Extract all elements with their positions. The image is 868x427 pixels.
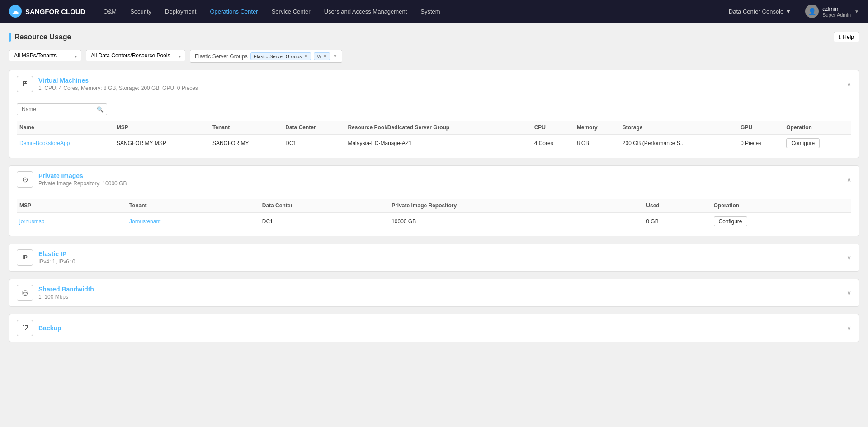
- virtual-machines-section: 🖥 Virtual Machines 1, CPU: 4 Cores, Memo…: [9, 70, 859, 158]
- tag-dropdown-icon[interactable]: ▼: [333, 54, 337, 59]
- nav-item-system[interactable]: System: [420, 8, 440, 15]
- pi-row-dc: DC1: [259, 213, 389, 230]
- elastic-server-group-filter[interactable]: Elastic Server Groups Elastic Server Gro…: [190, 50, 342, 63]
- eip-icon: IP: [17, 249, 33, 266]
- tag-item-vi-label: Vi: [317, 54, 321, 59]
- pi-row-op: Configure: [711, 213, 852, 230]
- topnav: ☁ SANGFOR CLOUD O&M Security Deployment …: [0, 0, 868, 23]
- help-label: Help: [843, 34, 854, 40]
- vm-collapse-button[interactable]: ∧: [847, 80, 851, 88]
- vm-row-cpu: 4 Cores: [532, 135, 574, 152]
- pi-msp-link[interactable]: jornusmsp: [19, 218, 44, 225]
- msp-filter[interactable]: All MSPs/Tenants: [9, 50, 81, 61]
- backup-section: 🛡 Backup ∨: [9, 314, 859, 342]
- backup-header-left: 🛡 Backup: [17, 320, 61, 336]
- vm-col-gpu: GPU: [738, 121, 783, 135]
- vm-subtitle: 1, CPU: 4 Cores, Memory: 8 GB, Storage: …: [38, 85, 198, 91]
- backup-title: Backup: [38, 324, 61, 332]
- vm-row-rp: Malaysia-EC-Manage-AZ1: [345, 135, 531, 152]
- vm-col-name: Name: [17, 121, 114, 135]
- logo[interactable]: ☁ SANGFOR CLOUD: [9, 5, 85, 18]
- page-title-bar: [9, 33, 11, 42]
- logo-text: SANGFOR CLOUD: [25, 8, 85, 15]
- user-role: Super Admin: [822, 12, 851, 18]
- user-text: admin Super Admin: [822, 5, 851, 18]
- pi-row-used: 0 GB: [643, 213, 711, 230]
- vm-search-row: 🔍: [17, 103, 851, 115]
- pi-table-header: MSP Tenant Data Center Private Image Rep…: [17, 199, 851, 213]
- backup-section-header: 🛡 Backup ∨: [9, 314, 859, 342]
- pi-configure-button[interactable]: Configure: [714, 216, 747, 226]
- filter-bar: All MSPs/Tenants All Data Centers/Resour…: [9, 50, 859, 63]
- nav-divider: [798, 7, 798, 16]
- nav-right: Data Center Console ▼ 👤 admin Super Admi…: [729, 5, 859, 18]
- nav-item-service-center[interactable]: Service Center: [272, 8, 311, 15]
- vm-row-memory: 8 GB: [574, 135, 620, 152]
- search-icon: 🔍: [97, 106, 104, 113]
- vm-name-link[interactable]: Demo-BookstoreApp: [19, 140, 70, 146]
- pi-col-used: Used: [643, 199, 711, 213]
- help-button[interactable]: ℹ Help: [834, 32, 859, 42]
- vm-section-header: 🖥 Virtual Machines 1, CPU: 4 Cores, Memo…: [9, 70, 859, 98]
- vm-col-rp: Resource Pool/Dedicated Server Group: [345, 121, 531, 135]
- vm-row-op: Configure: [783, 135, 851, 152]
- vm-col-dc: Data Center: [283, 121, 345, 135]
- user-info[interactable]: 👤 admin Super Admin ▼: [805, 5, 859, 18]
- sbw-collapse-button[interactable]: ∨: [847, 289, 851, 296]
- vm-title-block: Virtual Machines 1, CPU: 4 Cores, Memory…: [38, 77, 198, 91]
- eip-collapse-button[interactable]: ∨: [847, 254, 851, 261]
- tag-item-elastic: Elastic Server Groups ✕: [250, 52, 311, 60]
- console-dropdown[interactable]: Data Center Console ▼: [729, 8, 791, 15]
- vm-table-header: Name MSP Tenant Data Center Resource Poo…: [17, 121, 851, 135]
- pi-title-block: Private Images Private Image Repository:…: [38, 172, 127, 187]
- sbw-subtitle: 1, 100 Mbps: [38, 294, 94, 300]
- vm-col-operation: Operation: [783, 121, 851, 135]
- vm-row-tenant: SANGFOR MY: [210, 135, 283, 152]
- tag-item-label: Elastic Server Groups: [254, 54, 302, 59]
- user-chevron-icon: ▼: [854, 9, 859, 14]
- table-row: Demo-BookstoreApp SANGFOR MY MSP SANGFOR…: [17, 135, 851, 152]
- nav-item-security[interactable]: Security: [130, 8, 151, 15]
- pi-row-msp: jornusmsp: [17, 213, 127, 230]
- table-row: jornusmsp Jornustenant DC1 10000 GB 0 GB…: [17, 213, 851, 230]
- pi-row-repo: 10000 GB: [389, 213, 643, 230]
- pi-col-dc: Data Center: [259, 199, 389, 213]
- sbw-title-block: Shared Bandwidth 1, 100 Mbps: [38, 286, 94, 300]
- tag-close-vi-icon[interactable]: ✕: [323, 53, 327, 59]
- pi-tenant-link[interactable]: Jornustenant: [129, 218, 160, 225]
- vm-search-wrapper: 🔍: [17, 103, 107, 115]
- vm-search-input[interactable]: [17, 103, 107, 115]
- pi-col-tenant: Tenant: [127, 199, 259, 213]
- eip-subtitle: IPv4: 1, IPv6: 0: [38, 258, 75, 265]
- vm-row-gpu: 0 Pieces: [738, 135, 783, 152]
- vm-configure-button[interactable]: Configure: [786, 138, 820, 148]
- vm-header-left: 🖥 Virtual Machines 1, CPU: 4 Cores, Memo…: [17, 76, 198, 92]
- nav-item-operations-center[interactable]: Operations Center: [210, 8, 258, 15]
- nav-item-users-access[interactable]: Users and Access Management: [324, 8, 407, 15]
- pi-collapse-button[interactable]: ∧: [847, 176, 851, 183]
- chevron-down-icon: ▼: [785, 8, 791, 15]
- page-header: Resource Usage ℹ Help: [9, 32, 859, 42]
- vm-col-tenant: Tenant: [210, 121, 283, 135]
- main-content: Resource Usage ℹ Help All MSPs/Tenants A…: [0, 23, 868, 427]
- backup-collapse-button[interactable]: ∨: [847, 324, 851, 332]
- sbw-header-left: ⛁ Shared Bandwidth 1, 100 Mbps: [17, 285, 94, 301]
- shared-bandwidth-section: ⛁ Shared Bandwidth 1, 100 Mbps ∨: [9, 279, 859, 307]
- vm-col-msp: MSP: [114, 121, 210, 135]
- nav-item-deployment[interactable]: Deployment: [165, 8, 196, 15]
- vm-row-storage: 200 GB (Performance S...: [620, 135, 738, 152]
- nav-item-om[interactable]: O&M: [104, 8, 117, 15]
- pi-section-header: ⊙ Private Images Private Image Repositor…: [9, 166, 859, 193]
- tag-item-vi: Vi ✕: [314, 52, 330, 60]
- user-name: admin: [822, 5, 851, 12]
- pi-row-tenant: Jornustenant: [127, 213, 259, 230]
- sbw-icon: ⛁: [17, 285, 33, 301]
- console-label: Data Center Console: [729, 8, 783, 15]
- tag-close-icon[interactable]: ✕: [304, 53, 308, 59]
- dc-filter[interactable]: All Data Centers/Resource Pools: [86, 50, 185, 61]
- pi-col-op: Operation: [711, 199, 852, 213]
- sbw-title: Shared Bandwidth: [38, 286, 94, 293]
- pi-header-left: ⊙ Private Images Private Image Repositor…: [17, 171, 127, 188]
- vm-icon: 🖥: [17, 76, 33, 92]
- eip-section-header: IP Elastic IP IPv4: 1, IPv6: 0 ∨: [9, 244, 859, 271]
